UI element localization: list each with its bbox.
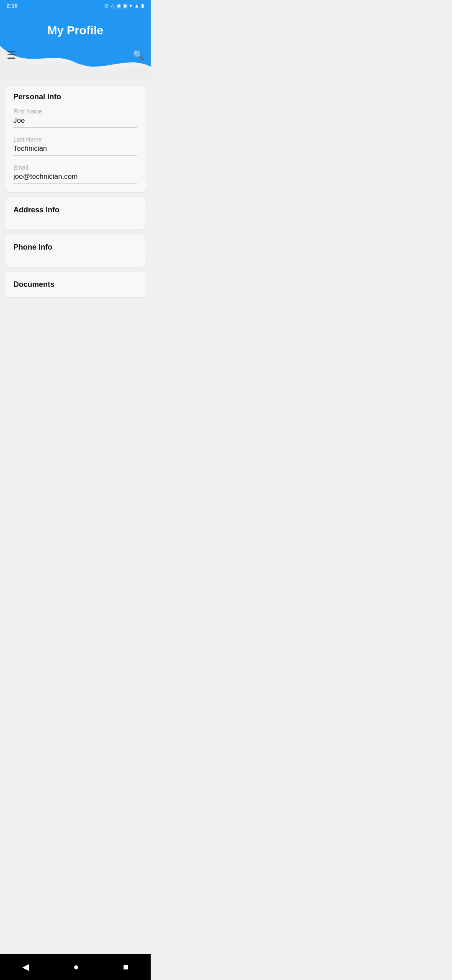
first-name-label: First Name	[13, 108, 137, 115]
phone-info-title: Phone Info	[13, 243, 137, 252]
address-info-title: Address Info	[13, 206, 137, 214]
page-title: My Profile	[0, 11, 151, 46]
last-name-value[interactable]: Technician	[13, 144, 137, 156]
status-icons: ⊘ △ ◉ ▣ ▾ ▲ ▮	[104, 3, 144, 9]
parrot-icon: ◉	[116, 3, 121, 9]
wave-container: ☰ 🔍	[0, 46, 151, 79]
address-info-card: Address Info	[5, 197, 146, 230]
first-name-group: First Name Joe	[13, 108, 137, 128]
status-bar: 2:10 ⊘ △ ◉ ▣ ▾ ▲ ▮	[0, 0, 151, 11]
last-name-label: Last Name	[13, 136, 137, 143]
last-name-group: Last Name Technician	[13, 136, 137, 156]
nav-bar: ☰ 🔍	[0, 46, 151, 65]
personal-info-card: Personal Info First Name Joe Last Name T…	[5, 86, 146, 192]
content-area: Personal Info First Name Joe Last Name T…	[0, 79, 151, 329]
battery-icon: ▮	[141, 3, 144, 9]
documents-card: Documents	[5, 272, 146, 297]
status-time: 2:10	[7, 3, 18, 9]
wifi-icon: ▾	[129, 3, 132, 9]
menu-icon[interactable]: ☰	[7, 50, 16, 60]
documents-title: Documents	[13, 280, 137, 289]
email-value[interactable]: joe@technician.com	[13, 173, 137, 184]
header-section: My Profile ☰ 🔍	[0, 11, 151, 79]
alert-icon: ⊘	[104, 3, 109, 9]
nfc-icon: ▣	[123, 3, 128, 9]
alert2-icon: △	[110, 3, 115, 9]
email-label: Email	[13, 164, 137, 171]
phone-info-card: Phone Info	[5, 235, 146, 267]
email-group: Email joe@technician.com	[13, 164, 137, 184]
personal-info-title: Personal Info	[13, 93, 137, 101]
first-name-value[interactable]: Joe	[13, 116, 137, 128]
search-icon[interactable]: 🔍	[133, 50, 144, 61]
signal-icon: ▲	[134, 3, 139, 9]
